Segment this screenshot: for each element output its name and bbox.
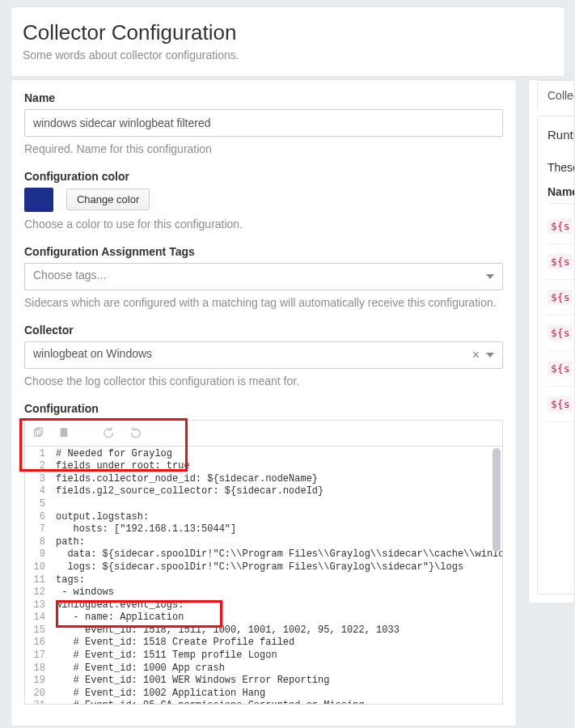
code-line[interactable]: hosts: ["192.168.1.13:5044"] (56, 523, 499, 536)
clear-icon[interactable]: × (472, 349, 480, 362)
line-number: 12 (30, 586, 45, 599)
line-number: 3 (30, 473, 45, 486)
code-line[interactable]: - windows (56, 586, 499, 599)
editor-scrollbar[interactable] (493, 448, 501, 552)
line-number: 17 (30, 650, 45, 662)
svg-rect-3 (61, 428, 66, 430)
side-tab[interactable]: Collector (537, 80, 575, 110)
name-group: Name Required. Name for this configurati… (24, 91, 503, 157)
redo-icon[interactable] (129, 426, 142, 439)
code-line[interactable]: # Event_id: 1002 Application Hang (56, 688, 499, 700)
code-line[interactable]: fields.collector_node_id: ${sidecar.node… (56, 473, 499, 486)
collector-label: Collector (24, 324, 503, 336)
code-line[interactable]: # Needed for Graylog (56, 448, 499, 461)
name-input[interactable] (24, 109, 503, 137)
side-panel: Collector Runtime These Name ${s${s${s${… (528, 79, 575, 603)
line-number: 11 (30, 574, 45, 587)
code-line[interactable]: logs: ${sidecar.spoolDir!"C:\\Program Fi… (56, 561, 499, 574)
line-number: 20 (30, 688, 45, 700)
copy-icon[interactable] (32, 426, 44, 439)
variable-token[interactable]: ${s (548, 254, 573, 269)
code-line[interactable]: path: (56, 536, 499, 549)
paste-icon[interactable] (57, 426, 70, 439)
color-group: Configuration color Change color Choose … (24, 170, 503, 232)
side-row: ${s (548, 387, 575, 422)
line-number: 9 (30, 548, 45, 561)
collector-value: winlogbeat on Windows (33, 347, 152, 360)
editor-toolbar (24, 420, 503, 446)
collector-select[interactable]: winlogbeat on Windows × (24, 341, 503, 369)
line-number: 6 (30, 511, 45, 524)
side-row: ${s (548, 280, 575, 315)
config-label: Configuration (24, 402, 503, 415)
line-number: 1 (30, 448, 45, 461)
line-number: 10 (30, 561, 45, 574)
code-line[interactable] (56, 498, 499, 511)
code-editor[interactable]: 1234567891011121314151617181920212223242… (24, 446, 503, 705)
line-number: 21 (30, 700, 45, 704)
tags-group: Configuration Assignment Tags Choose tag… (24, 245, 503, 311)
name-help: Required. Name for this configuration (24, 142, 503, 157)
line-number: 5 (30, 498, 45, 511)
variable-token[interactable]: ${s (548, 361, 573, 376)
editor-gutter: 1234567891011121314151617181920212223242… (25, 447, 53, 704)
side-row: ${s (548, 315, 575, 351)
line-number: 2 (30, 460, 45, 473)
line-number: 4 (30, 485, 45, 498)
collector-help: Choose the log collector this configurat… (24, 374, 503, 389)
code-line[interactable]: data: ${sidecar.spoolDir!"C:\\Program Fi… (56, 548, 499, 561)
code-line[interactable]: output.logstash: (56, 511, 499, 524)
code-line[interactable]: # Event_id: 1518 Create Profile failed (56, 637, 499, 650)
side-row: ${s (548, 209, 575, 244)
color-swatch[interactable] (24, 188, 53, 212)
name-label: Name (24, 91, 503, 104)
side-inner: Runtime These Name ${s${s${s${s${s${s (537, 116, 575, 595)
color-help: Choose a color to use for this configura… (24, 217, 503, 232)
code-line[interactable]: # Event_id: 1000 App crash (56, 662, 499, 675)
color-label: Configuration color (24, 170, 503, 183)
chevron-down-icon (486, 274, 494, 279)
code-line[interactable]: fields_under_root: true (56, 460, 499, 473)
code-line[interactable]: fields.gl2_source_collector: ${sidecar.n… (56, 485, 499, 498)
tags-label: Configuration Assignment Tags (24, 245, 503, 258)
variable-token[interactable]: ${s (548, 396, 573, 412)
variable-token[interactable]: ${s (548, 218, 573, 234)
side-name-column: Name (548, 185, 575, 204)
line-number: 8 (30, 536, 45, 549)
page-header: Collector Configuration Some words about… (11, 6, 565, 77)
code-line[interactable]: # Event_id: 95 CA permissions Corrupted … (56, 700, 499, 703)
side-row: ${s (548, 244, 575, 280)
chevron-down-icon (486, 353, 494, 358)
code-line[interactable]: tags: (56, 574, 499, 587)
line-number: 15 (30, 624, 45, 637)
line-number: 14 (30, 612, 45, 624)
code-line[interactable]: - name: Application (56, 612, 499, 624)
side-tokens: ${s${s${s${s${s${s (548, 209, 575, 422)
line-number: 18 (30, 662, 45, 675)
side-these: These (548, 161, 575, 174)
page-title: Collector Configuration (23, 20, 553, 45)
main-panel: Name Required. Name for this configurati… (11, 79, 517, 726)
line-number: 16 (30, 637, 45, 650)
code-line[interactable]: winlogbeat.event_logs: (56, 599, 499, 612)
config-group: Configuration 12345678910111213141516171… (24, 402, 503, 705)
line-number: 7 (30, 523, 45, 536)
line-number: 19 (30, 675, 45, 688)
editor-code[interactable]: # Needed for Graylogfields_under_root: t… (53, 447, 502, 704)
side-runtime-heading: Runtime (548, 128, 575, 142)
collector-group: Collector winlogbeat on Windows × Choose… (24, 324, 503, 389)
code-line[interactable]: event_id: 1518, 1511, 1000, 1001, 1002, … (56, 624, 499, 637)
side-row: ${s (548, 351, 575, 387)
page-subtitle: Some words about collector configuration… (23, 49, 553, 61)
code-line[interactable]: # Event_id: 1001 WER Windows Error Repor… (56, 675, 499, 688)
variable-token[interactable]: ${s (548, 325, 573, 341)
variable-token[interactable]: ${s (548, 290, 573, 305)
undo-icon[interactable] (103, 426, 116, 439)
tags-select[interactable]: Choose tags... (24, 263, 503, 290)
tags-placeholder: Choose tags... (33, 269, 106, 281)
line-number: 13 (30, 599, 45, 612)
tags-help: Sidecars which are configured with a mat… (24, 295, 503, 311)
change-color-button[interactable]: Change color (66, 188, 150, 210)
code-line[interactable]: # Event_id: 1511 Temp profile Logon (56, 650, 499, 662)
